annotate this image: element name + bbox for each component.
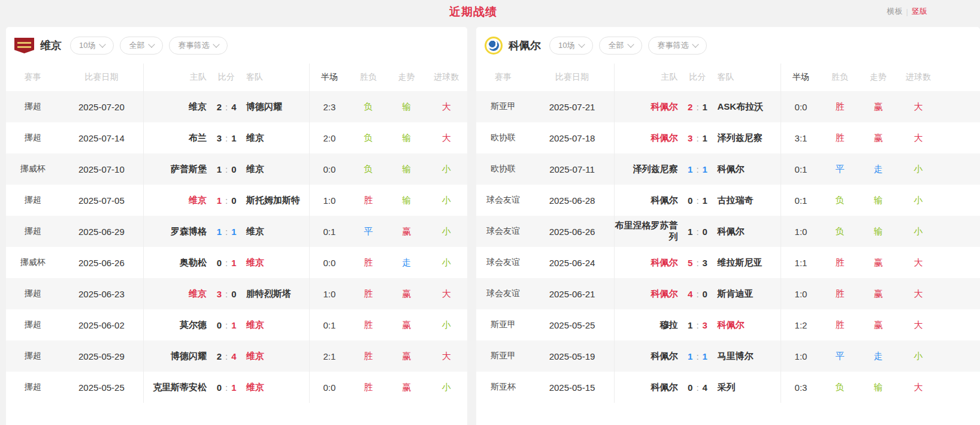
trend-cell: 赢 xyxy=(388,216,426,247)
date-cell: 2025-07-21 xyxy=(530,91,614,122)
home-goals: 1 xyxy=(688,351,692,361)
match-table-body: 挪超2025-07-20维京2:4博德闪耀2:3负输大挪超2025-07-14布… xyxy=(6,91,467,403)
rounds-dropdown-label: 10场 xyxy=(558,40,574,51)
trend-cell: 输 xyxy=(388,91,426,122)
col-trend: 走势 xyxy=(859,64,897,91)
goals-cell: 大 xyxy=(897,278,939,309)
away-team-name: 采列 xyxy=(718,382,781,393)
home-team-name: 维京 xyxy=(144,101,207,113)
halftime-cell: 0:1 xyxy=(781,153,821,185)
date-cell: 2025-07-20 xyxy=(60,91,143,122)
match-cell: 罗森博格1:1维京 xyxy=(143,216,309,247)
result-cell: 平 xyxy=(349,216,388,247)
result-cell: 负 xyxy=(349,91,388,122)
date-cell: 2025-06-26 xyxy=(60,247,143,278)
home-team-name: 穆拉 xyxy=(615,319,678,331)
match-row: 挪超2025-06-02莫尔德0:1维京0:1胜赢小 xyxy=(6,309,467,340)
home-goals: 3 xyxy=(217,289,222,299)
league-cell: 挪超 xyxy=(6,91,60,122)
date-cell: 2025-07-18 xyxy=(530,122,614,153)
match-table-body: 斯亚甲2025-07-21科佩尔2:1ASK布拉沃0:0胜赢大欧协联2025-0… xyxy=(476,91,980,403)
score: 1:1 xyxy=(678,164,718,174)
away-goals: 1 xyxy=(703,133,707,143)
home-team-name: 维京 xyxy=(144,195,207,206)
score: 1:1 xyxy=(207,227,246,237)
trend-cell: 输 xyxy=(388,153,426,185)
halftime-cell: 0:0 xyxy=(309,153,349,185)
league-cell: 挪超 xyxy=(6,309,60,340)
col-away: 客队 xyxy=(246,72,309,83)
away-team-name: 维京 xyxy=(246,257,309,269)
halftime-cell: 0:3 xyxy=(781,372,821,403)
away-goals: 1 xyxy=(703,195,707,206)
viking-crest-icon xyxy=(14,38,34,53)
home-team-name: 科佩尔 xyxy=(615,288,678,300)
team-bar: 维京 10场 全部 赛事筛选 xyxy=(6,27,467,56)
competition-filter-dropdown[interactable]: 赛事筛选 xyxy=(648,37,707,55)
away-team-name: 泽列兹尼察 xyxy=(718,132,781,144)
competition-filter-dropdown[interactable]: 赛事筛选 xyxy=(169,37,228,55)
score-colon: : xyxy=(696,195,698,206)
col-match: 主队 比分 客队 xyxy=(614,64,781,91)
rounds-dropdown[interactable]: 10场 xyxy=(70,37,114,55)
match-row: 挪超2025-05-25克里斯蒂安松0:1维京0:0胜赢小 xyxy=(6,372,467,403)
score: 0:4 xyxy=(678,382,718,393)
chevron-down-icon xyxy=(149,41,155,47)
match-cell: 科佩尔5:3维拉斯尼亚 xyxy=(614,247,781,278)
home-team-name: 奥勒松 xyxy=(144,257,207,269)
scope-dropdown[interactable]: 全部 xyxy=(599,37,642,55)
league-cell: 挪超 xyxy=(6,340,60,372)
away-goals: 0 xyxy=(231,289,236,299)
score-colon: : xyxy=(225,133,228,143)
halftime-cell: 3:1 xyxy=(781,122,821,153)
match-row: 欧协联2025-07-11泽列兹尼察1:1科佩尔0:1平走小 xyxy=(476,153,980,185)
toggle-horizontal[interactable]: 横板 xyxy=(887,6,903,17)
score: 0:1 xyxy=(207,320,246,330)
home-goals: 1 xyxy=(688,227,692,237)
home-team-name: 科佩尔 xyxy=(615,101,678,113)
result-cell: 平 xyxy=(821,153,859,185)
rounds-dropdown[interactable]: 10场 xyxy=(549,37,593,55)
home-goals: 1 xyxy=(217,164,222,174)
goals-cell: 大 xyxy=(425,278,467,309)
trend-cell: 走 xyxy=(388,247,426,278)
halftime-cell: 1:0 xyxy=(781,340,821,372)
scope-dropdown[interactable]: 全部 xyxy=(120,37,163,55)
goals-cell: 大 xyxy=(425,340,467,372)
col-league: 赛事 xyxy=(476,64,530,91)
trend-cell: 走 xyxy=(859,153,897,185)
match-cell: 科佩尔1:1马里博尔 xyxy=(614,340,781,372)
away-goals: 1 xyxy=(703,164,707,174)
col-trend: 走势 xyxy=(388,64,426,91)
date-cell: 2025-06-21 xyxy=(530,278,614,309)
halftime-cell: 0:0 xyxy=(309,372,349,403)
league-cell: 挪超 xyxy=(6,216,60,247)
team-bar: 科佩尔 10场 全部 赛事筛选 xyxy=(476,27,980,56)
match-cell: 布里涅格罗苏普列1:0科佩尔 xyxy=(614,216,781,247)
col-home: 主队 xyxy=(615,72,678,83)
goals-cell: 大 xyxy=(425,91,467,122)
chevron-down-icon xyxy=(213,41,220,47)
trend-cell: 赢 xyxy=(388,372,426,403)
trend-cell: 赢 xyxy=(388,340,426,372)
away-team-name: 维京 xyxy=(246,132,309,144)
score: 1:0 xyxy=(207,164,246,174)
result-cell: 负 xyxy=(821,185,859,216)
result-cell: 胜 xyxy=(349,247,388,278)
score: 0:1 xyxy=(207,382,246,393)
match-row: 欧协联2025-07-18科佩尔3:1泽列兹尼察3:1胜赢大 xyxy=(476,122,980,153)
league-cell: 挪超 xyxy=(6,185,60,216)
home-goals: 0 xyxy=(217,320,222,330)
goals-cell: 大 xyxy=(897,372,939,403)
goals-cell: 大 xyxy=(897,309,939,340)
col-result: 胜负 xyxy=(349,64,388,91)
home-team-name: 科佩尔 xyxy=(615,351,678,362)
col-goals: 进球数 xyxy=(897,64,939,91)
toggle-vertical[interactable]: 竖版 xyxy=(912,6,927,17)
league-cell: 挪威杯 xyxy=(6,153,60,185)
trend-cell: 赢 xyxy=(859,122,897,153)
match-row: 挪威杯2025-06-26奥勒松0:1维京0:0胜走小 xyxy=(6,247,467,278)
goals-cell: 大 xyxy=(897,91,939,122)
score-colon: : xyxy=(225,382,228,393)
away-goals: 0 xyxy=(231,195,236,206)
